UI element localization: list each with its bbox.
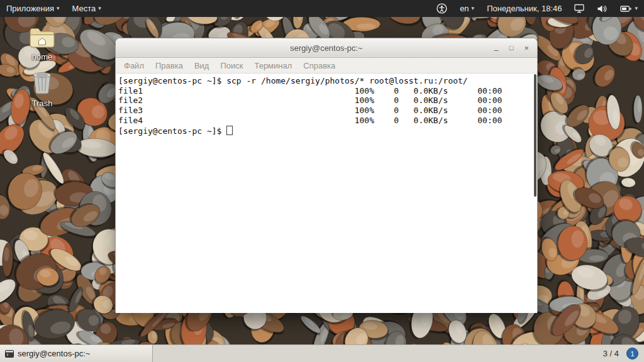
menu-item-search[interactable]: Поиск [214,60,248,72]
keyboard-layout-label: en [460,4,469,13]
window-titlebar[interactable]: sergiy@centos-pc:~ – □ × [116,38,537,58]
scp-rate: 0.0KB/s [399,86,448,96]
scp-rate: 0.0KB/s [399,116,448,126]
scp-filename: file4 [118,116,355,126]
trash-icon [18,72,67,97]
scp-progress-row: file4 100% 0 0.0KB/s 00:00 [118,116,537,126]
menu-item-file[interactable]: Файл [118,60,150,72]
accessibility-icon [436,3,447,14]
window-controls: – □ × [494,44,537,52]
scp-progress-row: file2 100% 0 0.0KB/s 00:00 [118,96,537,106]
terminal-scrollbar[interactable] [534,74,536,197]
scp-percent: 100% [355,86,374,96]
terminal-prompt-line: [sergiy@centos-pc ~]$ [118,126,537,136]
battery-icon [620,5,632,13]
scp-rate: 0.0KB/s [399,106,448,116]
scp-time: 00:00 [448,106,502,116]
menu-item-edit[interactable]: Правка [150,60,189,72]
chevron-down-icon: ▾ [57,6,60,11]
terminal-output[interactable]: [sergiy@centos-pc ~]$ scp -r /home/sergi… [116,74,537,313]
scp-filename: file3 [118,106,355,116]
chevron-down-icon: ▾ [98,6,101,11]
terminal-cursor [226,126,233,135]
applications-menu-label: Приложения [6,4,54,13]
window-title: sergiy@centos-pc:~ [116,43,537,53]
terminal-window: sergiy@centos-pc:~ – □ × Файл Правка Вид… [115,38,538,312]
places-menu-label: Места [72,4,96,13]
accessibility-menu[interactable] [430,0,453,17]
terminal-prompt: [sergiy@centos-pc ~]$ [118,126,226,136]
close-button[interactable]: × [524,44,529,52]
terminal-icon [5,350,14,358]
clock[interactable]: Понедельник, 18:46 [480,0,568,17]
scp-percent: 100% [355,96,374,106]
menu-item-terminal[interactable]: Терминал [248,60,297,72]
desktop-icon-home[interactable]: home [18,26,67,62]
taskbar-window-button[interactable]: sergiy@centos-pc:~ [0,345,153,362]
scp-time: 00:00 [448,116,502,126]
desktop-icon-label: home [32,52,53,62]
display-icon [574,4,584,13]
scp-rate: 0.0KB/s [399,96,448,106]
applications-menu[interactable]: Приложения ▾ [0,0,66,17]
scp-percent: 100% [355,106,374,116]
battery-status-button[interactable]: ▾ [614,0,644,17]
scp-size: 0 [374,86,399,96]
top-panel: Приложения ▾ Места ▾ en ▾ [0,0,644,17]
home-folder-icon [18,26,67,50]
bottom-taskbar: sergiy@centos-pc:~ 3 / 4 1 [0,344,644,362]
chevron-down-icon: ▾ [635,6,638,11]
maximize-button[interactable]: □ [509,45,514,52]
keyboard-layout-menu[interactable]: en ▾ [453,0,480,17]
minimize-button[interactable]: – [494,46,499,54]
desktop-screen: Приложения ▾ Места ▾ en ▾ [0,0,644,362]
menu-item-view[interactable]: Вид [189,60,215,72]
scp-progress-row: file1 100% 0 0.0KB/s 00:00 [118,86,537,96]
scp-filename: file1 [118,86,355,96]
scp-size: 0 [374,96,399,106]
scp-progress-row: file3 100% 0 0.0KB/s 00:00 [118,106,537,116]
terminal-command-line: [sergiy@centos-pc ~]$ scp -r /home/sergi… [118,76,537,86]
scp-size: 0 [374,106,399,116]
volume-icon [597,4,608,13]
places-menu[interactable]: Места ▾ [66,0,108,17]
display-status-button[interactable] [568,0,591,17]
terminal-menubar: Файл Правка Вид Поиск Терминал Справка [116,58,537,74]
clock-label: Понедельник, 18:46 [487,4,562,13]
top-panel-status-area: en ▾ Понедельник, 18:46 [430,0,644,17]
notification-badge[interactable]: 1 [626,348,638,359]
scp-percent: 100% [355,116,374,126]
workspace-indicator[interactable]: 3 / 4 [596,349,626,358]
scp-time: 00:00 [448,96,502,106]
scp-size: 0 [374,116,399,126]
scp-filename: file2 [118,96,355,106]
scp-time: 00:00 [448,86,502,96]
volume-status-button[interactable] [591,0,614,17]
chevron-down-icon: ▾ [472,6,475,11]
taskbar-window-label: sergiy@centos-pc:~ [18,349,90,358]
desktop-icon-trash[interactable]: Trash [18,72,67,108]
desktop-icon-label: Trash [32,99,53,108]
menu-item-help[interactable]: Справка [297,60,341,72]
